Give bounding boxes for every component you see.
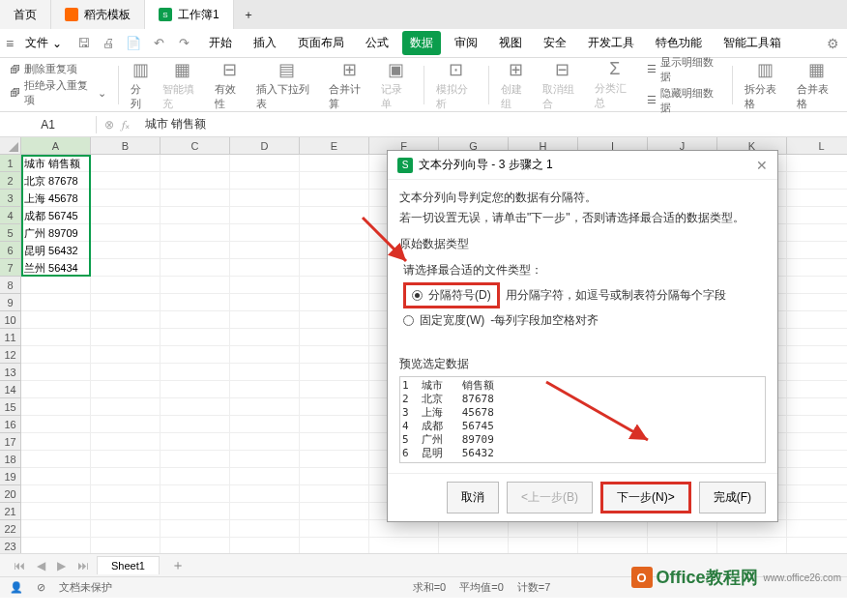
cell[interactable] [300, 520, 369, 538]
cell[interactable] [230, 451, 300, 468]
row-head-6[interactable]: 6 [0, 242, 21, 259]
cell[interactable] [161, 381, 230, 398]
cell[interactable] [21, 503, 91, 520]
cell[interactable] [230, 468, 300, 485]
row-head-7[interactable]: 7 [0, 259, 21, 277]
cell[interactable] [21, 433, 91, 451]
row-head-8[interactable]: 8 [0, 277, 21, 294]
cell[interactable] [787, 381, 847, 398]
cell[interactable] [91, 503, 161, 520]
cell[interactable] [91, 538, 161, 553]
cell[interactable]: 城市 销售额 [21, 155, 91, 172]
select-all-corner[interactable] [0, 137, 21, 155]
cell[interactable] [230, 207, 300, 224]
cell[interactable] [161, 538, 230, 553]
cell[interactable] [21, 277, 91, 294]
menu-6[interactable]: 视图 [491, 31, 530, 55]
menu-1[interactable]: 插入 [246, 31, 284, 55]
cell[interactable] [300, 207, 369, 224]
menu-10[interactable]: 智能工具箱 [716, 31, 789, 55]
menu-4[interactable]: 数据 [402, 31, 441, 55]
cell[interactable] [161, 520, 230, 538]
cell[interactable] [787, 364, 847, 381]
file-menu[interactable]: 文件 ⌄ [19, 33, 68, 53]
cell[interactable] [91, 224, 161, 242]
cell[interactable] [21, 294, 91, 311]
cell[interactable] [91, 259, 161, 277]
menu-9[interactable]: 特色功能 [648, 31, 710, 55]
cell[interactable] [161, 364, 230, 381]
cell[interactable] [91, 433, 161, 451]
cell[interactable] [230, 259, 300, 277]
cell[interactable] [230, 172, 300, 190]
sheet-tab[interactable]: Sheet1 [97, 556, 160, 574]
ungroup-button[interactable]: ⊟取消组合 [542, 59, 583, 111]
redo-icon[interactable]: ↷ [174, 36, 193, 50]
cell[interactable] [300, 433, 369, 451]
cell[interactable] [300, 503, 369, 520]
cell[interactable] [21, 416, 91, 433]
close-icon[interactable]: ✕ [756, 158, 768, 173]
cell[interactable] [21, 485, 91, 503]
cell[interactable] [787, 190, 847, 207]
cell[interactable] [439, 520, 509, 538]
smart-fill-button[interactable]: ▦智能填充 [162, 59, 203, 111]
sheet-nav-next[interactable]: ▶ [53, 559, 70, 572]
cell[interactable] [230, 381, 300, 398]
row-head-19[interactable]: 19 [0, 468, 21, 485]
col-head-C[interactable]: C [161, 137, 230, 155]
cell[interactable] [300, 485, 369, 503]
split-table-button[interactable]: ▥拆分表格 [745, 59, 785, 111]
cell[interactable] [300, 277, 369, 294]
cell[interactable] [300, 451, 369, 468]
col-head-D[interactable]: D [230, 137, 300, 155]
menu-5[interactable]: 审阅 [447, 31, 485, 55]
row-head-9[interactable]: 9 [0, 294, 21, 311]
row-head-4[interactable]: 4 [0, 207, 21, 224]
cell[interactable] [300, 155, 369, 172]
cell[interactable] [91, 416, 161, 433]
row-head-18[interactable]: 18 [0, 451, 21, 468]
next-button[interactable]: 下一步(N)> [600, 482, 691, 513]
cell[interactable] [230, 311, 300, 329]
cell[interactable] [161, 224, 230, 242]
cell[interactable] [648, 538, 717, 553]
cell[interactable] [21, 468, 91, 485]
row-head-13[interactable]: 13 [0, 364, 21, 381]
cell[interactable] [578, 520, 648, 538]
cell[interactable] [230, 242, 300, 259]
cell[interactable] [300, 364, 369, 381]
cell[interactable] [230, 277, 300, 294]
cell[interactable] [230, 346, 300, 364]
cancel-icon[interactable]: ⊗ [104, 118, 114, 132]
row-head-16[interactable]: 16 [0, 416, 21, 433]
cell[interactable] [509, 538, 578, 553]
tab-home[interactable]: 首页 [0, 0, 51, 29]
cell[interactable] [91, 155, 161, 172]
row-head-14[interactable]: 14 [0, 381, 21, 398]
cell[interactable] [300, 381, 369, 398]
hamburger-icon[interactable]: ≡ [6, 36, 14, 51]
split-column-button[interactable]: ▥分列 [131, 59, 151, 111]
menu-3[interactable]: 公式 [358, 31, 396, 55]
subtotal-button[interactable]: Σ分类汇总 [595, 59, 635, 110]
cell[interactable] [91, 242, 161, 259]
cell[interactable] [161, 398, 230, 416]
cell[interactable] [300, 398, 369, 416]
cell[interactable] [230, 224, 300, 242]
cell[interactable] [439, 538, 509, 553]
settings-icon[interactable]: ⚙ [827, 36, 839, 51]
cell[interactable] [91, 329, 161, 346]
row-head-11[interactable]: 11 [0, 329, 21, 346]
row-head-3[interactable]: 3 [0, 190, 21, 207]
cell[interactable] [161, 294, 230, 311]
cell[interactable] [91, 294, 161, 311]
fx-icon[interactable]: 𝑓ₓ [122, 118, 130, 132]
print-icon[interactable]: 🖨 [99, 36, 118, 50]
menu-2[interactable]: 页面布局 [290, 31, 352, 55]
cell[interactable] [787, 451, 847, 468]
cell[interactable] [230, 538, 300, 553]
cell[interactable] [787, 311, 847, 329]
tab-add[interactable]: ＋ [234, 0, 263, 29]
tab-template[interactable]: 稻壳模板 [51, 0, 145, 29]
